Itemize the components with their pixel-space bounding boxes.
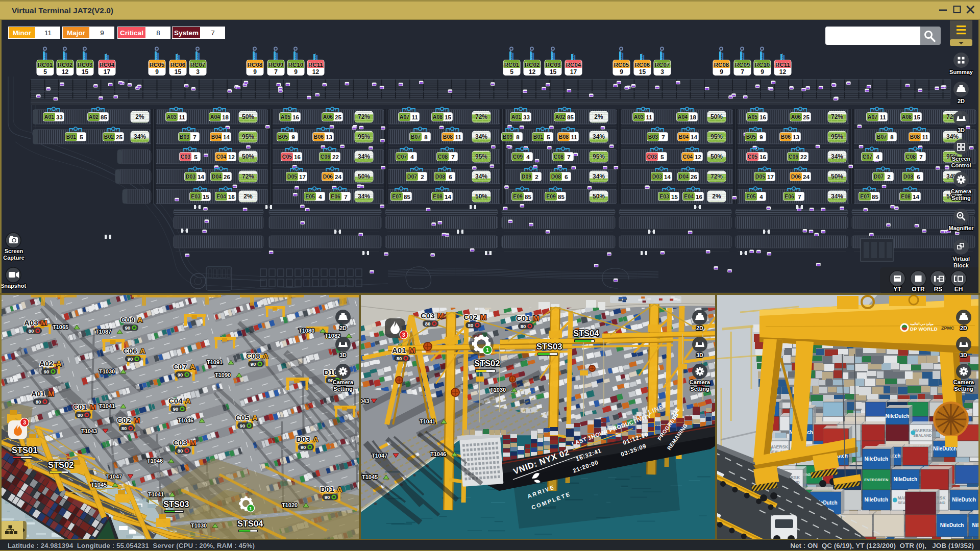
svg-text:D01: D01 (320, 485, 334, 493)
svg-text:85: 85 (567, 114, 574, 120)
svg-text:7: 7 (344, 194, 347, 200)
svg-text:Setting: Setting (954, 386, 973, 392)
svg-text:A08: A08 (433, 114, 443, 120)
svg-text:14: 14 (198, 174, 204, 180)
svg-text:72%: 72% (242, 173, 254, 180)
svg-text:M: M (437, 311, 444, 320)
svg-text:6: 6 (917, 174, 920, 180)
svg-text:80: 80 (29, 328, 34, 334)
svg-text:E05: E05 (305, 193, 315, 199)
svg-text:3: 3 (196, 68, 200, 76)
svg-text:72%: 72% (831, 113, 843, 120)
svg-text:YT: YT (893, 286, 901, 293)
svg-text:16: 16 (228, 194, 235, 200)
svg-text:B01: B01 (66, 134, 76, 140)
svg-text:72%: 72% (358, 113, 370, 120)
svg-text:34%: 34% (593, 173, 605, 180)
svg-text:17: 17 (570, 68, 577, 76)
svg-text:E05: E05 (746, 193, 756, 199)
svg-text:11: 11 (879, 114, 886, 120)
svg-text:C05: C05 (235, 413, 250, 422)
svg-text:STS01: STS01 (12, 445, 37, 455)
svg-text:E03: E03 (659, 193, 669, 199)
svg-text:NileDutch: NileDutch (864, 456, 888, 462)
svg-text:9: 9 (760, 134, 763, 140)
svg-text:Major: Major (67, 29, 86, 37)
svg-text:D08: D08 (435, 173, 445, 180)
svg-text:T1043: T1043 (81, 428, 97, 434)
svg-text:11: 11 (922, 134, 928, 140)
svg-text:RC11: RC11 (775, 62, 790, 68)
svg-text:E04: E04 (216, 193, 226, 199)
svg-text:2: 2 (421, 174, 424, 180)
svg-text:25: 25 (116, 134, 122, 140)
svg-text:95%: 95% (710, 133, 723, 140)
svg-text:14: 14 (445, 194, 451, 200)
svg-text:8: 8 (424, 134, 428, 140)
svg-text:16: 16 (292, 114, 299, 120)
svg-text:C03: C03 (181, 154, 190, 160)
svg-text:C05: C05 (748, 154, 757, 160)
svg-text:STS04: STS04 (573, 329, 599, 338)
svg-text:80: 80 (468, 322, 474, 328)
svg-text:85: 85 (101, 114, 107, 120)
svg-text:95%: 95% (475, 153, 487, 160)
svg-text:Camera: Camera (690, 379, 710, 385)
svg-text:85: 85 (558, 194, 565, 200)
svg-text:RC02: RC02 (525, 62, 540, 68)
svg-text:RC09: RC09 (268, 62, 283, 68)
svg-text:A: A (56, 359, 62, 368)
svg-text:C02: C02 (463, 313, 478, 321)
svg-text:Virtual: Virtual (952, 256, 970, 262)
svg-text:T1041: T1041 (99, 403, 115, 409)
svg-text:T1045: T1045 (91, 482, 107, 488)
svg-text:E07: E07 (860, 193, 870, 199)
svg-text:NileDutch: NileDutch (886, 413, 910, 419)
svg-text:D07: D07 (874, 173, 884, 180)
svg-text:7: 7 (567, 154, 570, 160)
svg-text:043: 043 (360, 398, 369, 404)
svg-text:C09: C09 (120, 315, 135, 324)
svg-text:Setting: Setting (951, 195, 970, 201)
svg-text:B09: B09 (503, 134, 512, 140)
svg-text:15: 15 (671, 194, 678, 200)
svg-text:14: 14 (223, 134, 230, 140)
svg-text:6: 6 (449, 174, 452, 180)
svg-text:M: M (41, 318, 47, 327)
svg-text:T1046: T1046 (430, 451, 446, 457)
svg-text:5: 5 (660, 154, 664, 160)
svg-text:12: 12 (312, 68, 320, 76)
svg-text:7: 7 (741, 68, 744, 76)
svg-text:RC06: RC06 (170, 62, 185, 68)
svg-text:STS02: STS02 (474, 359, 500, 368)
svg-text:50%: 50% (831, 173, 843, 180)
svg-text:C01: C01 (73, 403, 87, 411)
svg-text:RC04: RC04 (100, 62, 115, 68)
svg-text:50%: 50% (710, 153, 723, 160)
svg-text:A01: A01 (392, 346, 406, 355)
svg-text:Camera: Camera (953, 379, 974, 385)
svg-text:26: 26 (691, 174, 697, 180)
svg-text:Minor: Minor (13, 29, 32, 37)
svg-text:11: 11 (411, 114, 418, 120)
svg-text:15: 15 (445, 114, 451, 120)
svg-text:T1091: T1091 (207, 359, 223, 365)
svg-text:2D: 2D (339, 325, 347, 331)
svg-text:T1030: T1030 (191, 522, 207, 529)
svg-text:T1045: T1045 (362, 474, 378, 480)
svg-text:17: 17 (299, 174, 306, 180)
svg-text:C08: C08 (438, 154, 448, 160)
svg-text:MAERSK: MAERSK (913, 428, 933, 433)
svg-text:90: 90 (178, 372, 183, 378)
svg-text:A08: A08 (902, 114, 912, 120)
svg-text:50%: 50% (593, 193, 605, 200)
svg-text:15: 15 (175, 68, 182, 76)
svg-text:RC11: RC11 (308, 62, 323, 68)
svg-text:Camera: Camera (333, 379, 354, 385)
svg-text:50%: 50% (242, 153, 254, 160)
svg-text:95%: 95% (358, 133, 370, 140)
svg-text:A06: A06 (791, 114, 801, 120)
svg-text:8: 8 (890, 134, 894, 140)
svg-text:B03: B03 (180, 134, 189, 140)
svg-text:D08: D08 (551, 173, 561, 180)
